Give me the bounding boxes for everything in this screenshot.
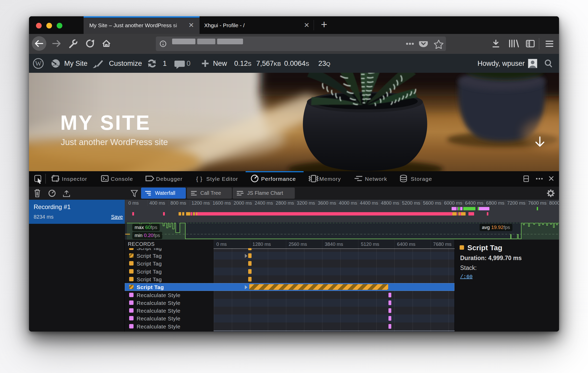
svg-text:W: W	[35, 60, 42, 67]
